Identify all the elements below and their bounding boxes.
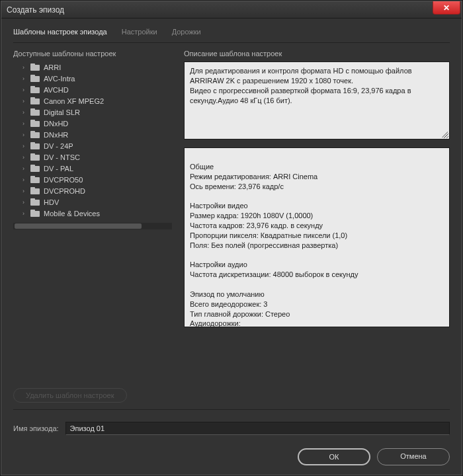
preset-item[interactable]: ›DVCPROHD <box>13 185 169 196</box>
tab-bar: Шаблоны настроек эпизода Настройки Дорож… <box>13 28 450 43</box>
chevron-right-icon: › <box>22 75 29 82</box>
preset-item-label: HDV <box>44 198 59 206</box>
preset-item-label: DV - PAL <box>44 165 73 173</box>
ok-button[interactable]: ОК <box>298 448 370 465</box>
chevron-right-icon: › <box>22 64 29 71</box>
folder-icon <box>30 63 40 71</box>
preset-item[interactable]: ›HDV <box>13 196 169 208</box>
preset-item-label: DVCPRO50 <box>44 176 83 184</box>
left-column: Доступные шаблоны настроек ›ARRI›AVC-Int… <box>13 47 172 403</box>
description-textbox[interactable]: Для редактирования и контроля формата HD… <box>184 61 450 139</box>
window-title: Создать эпизод <box>7 5 64 15</box>
folder-icon <box>30 187 40 194</box>
chevron-right-icon: › <box>22 199 29 206</box>
divider <box>13 409 450 410</box>
preset-item[interactable]: ›RED R3D <box>13 219 169 220</box>
preset-description-label: Описание шаблона настроек <box>184 50 450 58</box>
chevron-right-icon: › <box>22 188 29 194</box>
folder-icon <box>30 176 40 183</box>
preset-item[interactable]: ›DNxHD <box>13 118 169 129</box>
preset-item[interactable]: ›ARRI <box>13 61 169 73</box>
tab-tracks[interactable]: Дорожки <box>172 28 201 38</box>
preset-item[interactable]: ›DVCPRO50 <box>13 174 169 185</box>
preset-item-label: Digital SLR <box>44 108 80 116</box>
chevron-right-icon: › <box>22 143 29 149</box>
sequence-name-input[interactable] <box>65 422 450 435</box>
preset-item[interactable]: ›AVCHD <box>13 84 169 95</box>
close-button[interactable]: ✕ <box>433 1 460 15</box>
delete-preset-button: Удалить шаблон настроек <box>13 388 127 403</box>
preset-item-label: AVCHD <box>44 86 69 94</box>
titlebar: Создать эпизод ✕ <box>1 1 462 19</box>
chevron-right-icon: › <box>22 165 29 172</box>
chevron-right-icon: › <box>22 177 29 183</box>
close-icon: ✕ <box>443 3 450 13</box>
sequence-name-label: Имя эпизода: <box>13 424 59 432</box>
chevron-right-icon: › <box>22 210 29 217</box>
preset-item-label: DNxHD <box>44 120 68 128</box>
preset-item-label: Mobile & Devices <box>44 210 100 218</box>
chevron-right-icon: › <box>22 87 29 93</box>
tab-presets[interactable]: Шаблоны настроек эпизода <box>13 28 107 38</box>
preset-item-label: AVC-Intra <box>44 75 75 83</box>
folder-icon <box>30 153 40 161</box>
sequence-name-row: Имя эпизода: <box>1 422 462 442</box>
preset-list[interactable]: ›ARRI›AVC-Intra›AVCHD›Canon XF MPEG2›Dig… <box>13 61 172 220</box>
folder-icon <box>30 75 40 82</box>
cancel-button[interactable]: Отмена <box>377 448 450 465</box>
description-text: Для редактирования и контроля формата HD… <box>190 67 412 104</box>
preset-item[interactable]: ›DV - 24P <box>13 140 169 151</box>
preset-item-label: DV - NTSC <box>44 153 80 161</box>
preset-item-label: DNxHR <box>44 131 68 139</box>
content-area: Шаблоны настроек эпизода Настройки Дорож… <box>1 19 462 415</box>
columns: Доступные шаблоны настроек ›ARRI›AVC-Int… <box>13 47 450 403</box>
chevron-right-icon: › <box>22 154 29 161</box>
right-column: Описание шаблона настроек Для редактиров… <box>184 47 450 403</box>
preset-item-label: DV - 24P <box>44 142 73 150</box>
chevron-right-icon: › <box>22 98 29 104</box>
details-text: Общие Режим редактирования: ARRI Cinema … <box>190 163 358 327</box>
footer: ОК Отмена <box>1 442 462 475</box>
folder-icon <box>30 86 40 93</box>
chevron-right-icon: › <box>22 120 29 127</box>
folder-icon <box>30 142 40 149</box>
horizontal-scrollbar[interactable] <box>13 223 172 229</box>
preset-item[interactable]: ›Canon XF MPEG2 <box>13 95 169 106</box>
folder-icon <box>30 108 40 116</box>
chevron-right-icon: › <box>22 109 29 116</box>
dialog-window: Создать эпизод ✕ Шаблоны настроек эпизод… <box>1 1 462 475</box>
details-textbox[interactable]: Общие Режим редактирования: ARRI Cinema … <box>184 147 450 327</box>
folder-icon <box>30 198 40 206</box>
folder-icon <box>30 165 40 172</box>
preset-item[interactable]: ›DV - NTSC <box>13 151 169 163</box>
tab-settings[interactable]: Настройки <box>122 28 157 38</box>
chevron-right-icon: › <box>22 132 29 138</box>
preset-item[interactable]: ›Digital SLR <box>13 106 169 118</box>
preset-item-label: Canon XF MPEG2 <box>44 97 104 105</box>
folder-icon <box>30 120 40 127</box>
folder-icon <box>30 210 40 217</box>
folder-icon <box>30 97 40 104</box>
preset-item-label: ARRI <box>44 63 61 71</box>
available-presets-label: Доступные шаблоны настроек <box>13 50 172 58</box>
preset-item[interactable]: ›AVC-Intra <box>13 73 169 84</box>
preset-item[interactable]: ›DNxHR <box>13 129 169 140</box>
preset-item-label: DVCPROHD <box>44 187 85 195</box>
preset-item[interactable]: ›DV - PAL <box>13 163 169 174</box>
folder-icon <box>30 131 40 138</box>
resize-grip-icon[interactable] <box>441 131 448 138</box>
preset-item[interactable]: ›Mobile & Devices <box>13 208 169 219</box>
